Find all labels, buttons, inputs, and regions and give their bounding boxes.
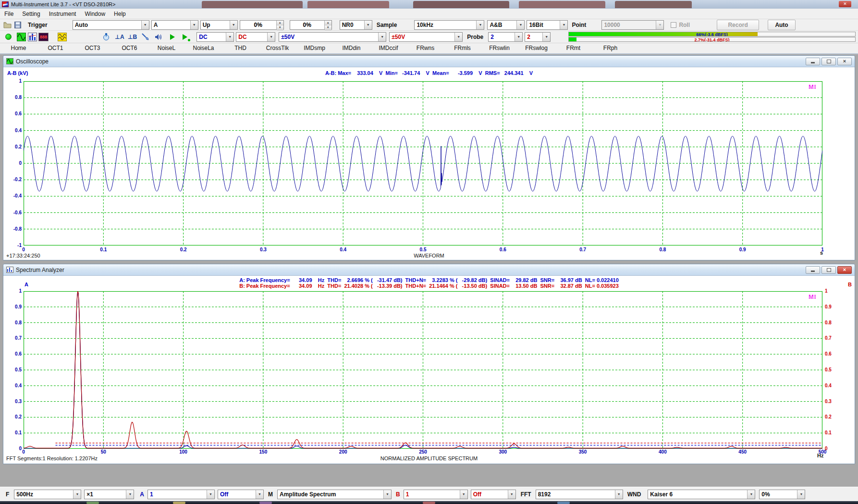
menu-item-help[interactable]: Help xyxy=(110,9,130,19)
menubar: FileSettingInstrumentWindowHelp xyxy=(0,9,858,19)
roll-checkbox xyxy=(671,22,676,28)
oscilloscope-titlebar[interactable]: Oscilloscope × xyxy=(3,56,855,67)
spectrum-analyzer-icon[interactable] xyxy=(28,32,37,41)
spin-up-icon[interactable]: ▲ xyxy=(277,21,283,25)
panel-tab-imdccif[interactable]: IMDccif xyxy=(370,43,407,53)
panel-tab-noisel[interactable]: NoiseL xyxy=(148,43,185,53)
open-file-icon[interactable] xyxy=(3,20,12,29)
menu-item-instrument[interactable]: Instrument xyxy=(45,9,81,19)
save-icon[interactable] xyxy=(13,20,22,29)
panel-tab-crosstlk[interactable]: CrossTlk xyxy=(259,43,296,53)
panel-tab-imdsmp[interactable]: IMDsmp xyxy=(296,43,333,53)
window-function-select[interactable]: Kaiser 6▼ xyxy=(648,490,755,499)
auto-button[interactable]: Auto xyxy=(768,20,796,30)
spectrum-titlebar[interactable]: Spectrum Analyzer × xyxy=(3,264,855,276)
sampling-rate-select[interactable]: 10kHz▼ xyxy=(414,20,484,30)
panel-tab-imddin[interactable]: IMDdin xyxy=(333,43,370,53)
frequency-select[interactable]: 500Hz▼ xyxy=(14,490,81,499)
titlebar[interactable]: Multi-Instrument Lite 3.7 - <VT DSO-2810… xyxy=(0,0,858,9)
windows-taskbar[interactable] xyxy=(0,501,858,504)
wnd-label: WND xyxy=(627,491,641,498)
probe-cal-b-icon[interactable]: ⊥B xyxy=(128,34,137,40)
spin-down-icon[interactable]: ▼ xyxy=(325,25,331,30)
y-tick-label: 0.6 xyxy=(5,111,22,116)
oscilloscope-window-icon xyxy=(6,58,13,64)
y-tick-label: 0.9 xyxy=(5,304,22,309)
trigger-source-select[interactable]: A▼ xyxy=(151,20,198,30)
panel-tab-oct1[interactable]: OCT1 xyxy=(37,43,74,53)
oscilloscope-window-title: Oscilloscope xyxy=(16,58,49,65)
range-a-select[interactable]: ±50V▼ xyxy=(279,32,386,42)
panel-tab-thd[interactable]: THD xyxy=(222,43,259,53)
trigger-edge-select[interactable]: Up▼ xyxy=(200,20,238,30)
sampling-channels-select[interactable]: A&B▼ xyxy=(487,20,525,30)
fft-size-select[interactable]: 8192▼ xyxy=(536,490,623,499)
play-segment-icon[interactable] xyxy=(182,32,191,41)
oscilloscope-icon[interactable] xyxy=(17,32,26,41)
probe-a-select[interactable]: 2▼ xyxy=(488,32,523,42)
filter-b-select[interactable]: Off▼ xyxy=(471,490,516,499)
gain-b-select[interactable]: 1▼ xyxy=(404,490,468,499)
screwdriver-icon[interactable] xyxy=(141,32,150,41)
panel-tab-oct3[interactable]: OCT3 xyxy=(74,43,111,53)
panel-tab-frmls[interactable]: FRmls xyxy=(444,43,481,53)
spin-down-icon[interactable]: ▼ xyxy=(277,25,283,30)
panel-tab-frmt[interactable]: FRmt xyxy=(555,43,592,53)
speaker-icon[interactable] xyxy=(154,32,163,41)
y-tick-label-right: 0.4 xyxy=(825,383,841,388)
bit-depth-select[interactable]: 16Bit▼ xyxy=(527,20,568,30)
close-button[interactable]: × xyxy=(837,266,852,274)
chevron-down-icon: ▼ xyxy=(476,21,484,29)
filter-a-select[interactable]: Off▼ xyxy=(218,490,264,499)
trigger-mode-select[interactable]: Auto▼ xyxy=(73,20,149,30)
run-indicator-icon[interactable] xyxy=(4,32,13,41)
y-tick-label-right: 0.9 xyxy=(825,304,841,309)
maximize-button[interactable] xyxy=(821,58,836,65)
calibration-icon[interactable] xyxy=(101,32,110,41)
coupling-a-select[interactable]: DC▼ xyxy=(196,32,234,42)
maximize-button[interactable] xyxy=(821,266,836,274)
overlap-select[interactable]: 0%▼ xyxy=(759,490,805,499)
menu-item-file[interactable]: File xyxy=(0,9,18,19)
range-b-select[interactable]: ±50V▼ xyxy=(389,32,463,42)
trigger-level-stepper[interactable]: 0%▲▼ xyxy=(240,20,284,30)
trigger-delay-stepper[interactable]: 0%▲▼ xyxy=(290,20,332,30)
channel-b-label: B xyxy=(396,491,400,498)
chevron-down-icon: ▼ xyxy=(190,21,198,29)
close-button[interactable]: × xyxy=(837,58,852,65)
y-tick-label-right: 0.7 xyxy=(825,335,841,341)
y-tick-label: -0.6 xyxy=(5,210,22,215)
panel-tab-frwns[interactable]: FRwns xyxy=(407,43,444,53)
mode-select[interactable]: Amplitude Spectrum▼ xyxy=(277,490,392,499)
gain-a-select[interactable]: 1▼ xyxy=(147,490,215,499)
panel-tab-frph[interactable]: FRph xyxy=(592,43,629,53)
menu-item-window[interactable]: Window xyxy=(80,9,110,19)
probe-cal-a-icon[interactable]: ⊥A xyxy=(115,34,124,40)
probe-b-select[interactable]: 2▼ xyxy=(525,32,551,42)
minimize-button[interactable] xyxy=(806,266,820,274)
noise-rejection-select[interactable]: NR0▼ xyxy=(340,20,372,30)
play-icon[interactable] xyxy=(168,32,177,41)
panel-tab-frswlog[interactable]: FRswlog xyxy=(518,43,555,53)
multimeter-icon[interactable]: 888 xyxy=(39,32,48,41)
oscilloscope-plot xyxy=(24,81,822,246)
menu-item-setting[interactable]: Setting xyxy=(18,9,44,19)
y-tick-label-right: 1 xyxy=(825,288,841,294)
panel-tab-frswlin[interactable]: FRswlin xyxy=(481,43,518,53)
spin-up-icon[interactable]: ▲ xyxy=(325,21,331,25)
signal-generator-icon[interactable] xyxy=(58,32,67,41)
app-icon xyxy=(2,1,9,7)
multiplier-select[interactable]: ×1▼ xyxy=(84,490,134,499)
spectrum-xlabel: NORMALIZED AMPLITUDE SPECTRUM xyxy=(3,455,855,461)
spectrum-window-title: Spectrum Analyzer xyxy=(16,267,64,273)
panel-tab-home[interactable]: Home xyxy=(0,43,37,53)
taskbar-item xyxy=(259,502,272,504)
spectrum-window: Spectrum Analyzer × A: Peak Frequency= 3… xyxy=(3,264,855,464)
point-label: Point xyxy=(572,22,586,28)
panel-tab-noisela[interactable]: NoiseLa xyxy=(185,43,222,53)
minimize-button[interactable] xyxy=(806,58,820,65)
x-tick-label: 0.4 xyxy=(334,247,352,252)
panel-tab-oct6[interactable]: OCT6 xyxy=(111,43,148,53)
chevron-down-icon: ▼ xyxy=(460,490,467,499)
coupling-b-select[interactable]: DC▼ xyxy=(236,32,275,42)
